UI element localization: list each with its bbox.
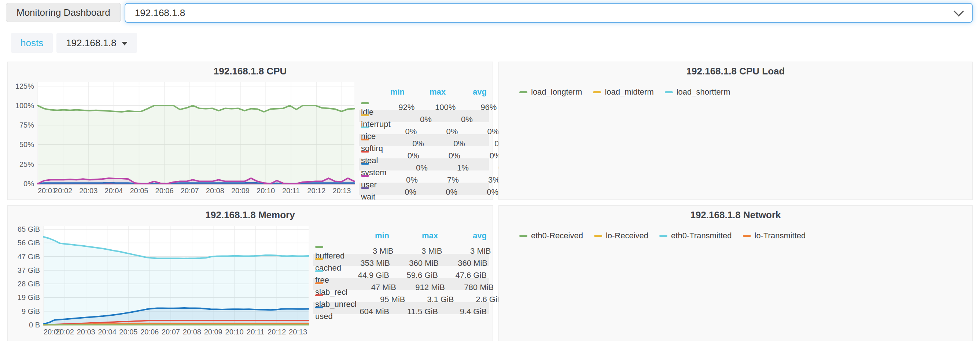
legend-value-min: 0% (375, 187, 416, 197)
legend-value-max: 0% (419, 151, 460, 161)
legend-value-min: 604 MiB (340, 307, 389, 316)
legend-col-avg[interactable]: avg (438, 231, 487, 241)
panel-cpu-title[interactable]: 192.168.1.8 CPU (11, 65, 489, 77)
legend-value-max: 100% (415, 103, 455, 112)
series-color-icon (594, 235, 602, 237)
legend-value-max: 11.5 GiB (389, 307, 438, 316)
series-color-icon (659, 235, 667, 237)
legend-col-avg[interactable]: avg (445, 87, 487, 97)
memory-chart[interactable]: 20:0120:0220:0320:0420:0520:0620:0720:08… (11, 221, 313, 337)
legend-row-buffered[interactable]: buffered3 MiB3 MiB3 MiB (313, 242, 489, 254)
legend-value-avg: 3 MiB (442, 246, 491, 256)
y-tick-label: 100% (15, 102, 34, 110)
network-chart[interactable]: 20:0120:0220:0320:0420:0520:0620:0720:08… (503, 221, 969, 227)
legend-value-max: 3 MiB (393, 246, 442, 256)
legend-header: minmaxavg (359, 86, 489, 98)
legend-value-max: 1% (428, 163, 469, 173)
legend-value-avg: 47.6 GiB (438, 271, 487, 280)
series-color-icon (593, 91, 601, 93)
legend-value-avg: 0% (458, 127, 499, 136)
series-name: eth0-Transmitted (671, 231, 732, 241)
legend-col-min[interactable]: min (364, 87, 405, 97)
cpu-load-chart[interactable]: 20:0120:0220:0320:0420:0520:0620:0720:08… (503, 77, 969, 84)
series-name: load_shortterm (676, 87, 730, 97)
cpu-chart[interactable]: 20:0120:0220:0320:0420:0520:0620:0720:08… (11, 77, 359, 196)
x-tick-label: 20:04 (105, 186, 123, 195)
legend-value-avg: 0% (457, 187, 498, 197)
x-tick-label: 20:13 (289, 328, 307, 336)
series-color-icon (315, 270, 323, 272)
y-tick-label: 125% (15, 82, 34, 90)
y-tick-label: 0% (24, 180, 34, 188)
y-tick-label: 37 GiB (18, 266, 40, 274)
chart-svg: 20:0120:0220:0320:0420:0520:0620:0720:08… (11, 221, 313, 337)
legend-item-eth0-Received[interactable]: eth0-Received (519, 231, 583, 241)
cpu-load-legend: load_longtermload_midtermload_shortterm (519, 87, 969, 97)
app-title: Monitoring Dashboard (6, 3, 121, 22)
series-name: eth0-Received (531, 231, 583, 241)
series-color-icon (315, 282, 323, 284)
series-name: wait (361, 192, 375, 201)
host-select-value: 192.168.1.8 (135, 7, 185, 19)
host-select[interactable]: 192.168.1.8 (125, 3, 973, 23)
legend-item-load_shortterm[interactable]: load_shortterm (665, 87, 730, 97)
legend-row-idle[interactable]: idle92%100%96% (359, 98, 489, 110)
legend-item-lo-Received[interactable]: lo-Received (594, 231, 648, 241)
chart-svg: 20:0120:0220:0320:0420:0520:0620:0720:08… (11, 77, 359, 196)
variable-submenu: hosts 192.168.1.8 (11, 33, 980, 53)
panel-memory-title[interactable]: 192.168.1.8 Memory (11, 209, 489, 221)
x-tick-label: 20:11 (282, 186, 300, 195)
caret-down-icon (122, 42, 127, 45)
x-tick-label: 20:12 (307, 186, 325, 195)
series-color-icon (665, 91, 673, 93)
x-tick-label: 20:06 (140, 328, 159, 336)
legend-item-lo-Transmitted[interactable]: lo-Transmitted (743, 231, 806, 241)
legend-value-min: 0% (377, 175, 418, 185)
series-name: load_midterm (605, 87, 654, 97)
network-legend: eth0-Receivedlo-Receivedeth0-Transmitted… (519, 231, 969, 241)
x-tick-label: 20:11 (247, 328, 265, 336)
legend-value-avg: 2.6 GiB (454, 295, 503, 304)
host-variable-dropdown[interactable]: 192.168.1.8 (56, 33, 137, 53)
cpu-legend: minmaxavgidle92%100%96%interrupt0%0%0%ni… (359, 86, 489, 195)
x-tick-label: 20:02 (56, 328, 74, 336)
y-tick-label: 50% (19, 140, 34, 148)
legend-value-max: 7% (418, 175, 459, 185)
legend-col-min[interactable]: min (340, 231, 389, 241)
series-color-icon (361, 175, 369, 177)
series-color-icon (361, 163, 369, 165)
panel-cpu-load-title[interactable]: 192.168.1.8 CPU Load (503, 65, 969, 77)
legend-item-load_midterm[interactable]: load_midterm (593, 87, 654, 97)
legend-value-min: 95 MiB (356, 295, 405, 304)
legend-item-eth0-Transmitted[interactable]: eth0-Transmitted (659, 231, 732, 241)
x-tick-label: 20:09 (231, 186, 250, 195)
series-name: lo-Transmitted (755, 231, 806, 241)
series-color-icon (315, 258, 323, 260)
series-name: lo-Received (606, 231, 648, 241)
x-tick-label: 20:04 (98, 328, 116, 336)
legend-value-avg: 96% (455, 103, 496, 112)
legend-item-load_longterm[interactable]: load_longterm (519, 87, 582, 97)
panel-cpu: 192.168.1.8 CPU 20:0120:0220:0320:0420:0… (7, 62, 493, 200)
x-tick-label: 20:08 (206, 186, 224, 195)
series-name: load_longterm (531, 87, 582, 97)
legend-col-max[interactable]: max (405, 87, 445, 97)
legend-value-avg: 9.4 GiB (438, 307, 487, 316)
y-tick-label: 25% (19, 160, 34, 168)
hosts-link[interactable]: hosts (11, 33, 53, 53)
topbar: Monitoring Dashboard 192.168.1.8 (0, 0, 980, 23)
x-tick-label: 20:07 (162, 328, 180, 336)
panel-cpu-load: 192.168.1.8 CPU Load 20:0120:0220:0320:0… (498, 62, 973, 200)
series-color-icon (361, 139, 369, 140)
legend-col-max[interactable]: max (389, 231, 438, 241)
panel-network-title[interactable]: 192.168.1.8 Network (503, 209, 969, 221)
series-color-icon (743, 235, 751, 237)
x-tick-label: 20:12 (267, 328, 286, 336)
x-tick-label: 20:13 (332, 186, 351, 195)
x-tick-label: 20:06 (155, 186, 174, 195)
series-color-icon (315, 295, 323, 296)
legend-value-min: 353 MiB (341, 258, 390, 268)
series-color-icon (361, 102, 369, 104)
y-tick-label: 28 GiB (18, 280, 40, 288)
chevron-down-icon (954, 6, 964, 16)
